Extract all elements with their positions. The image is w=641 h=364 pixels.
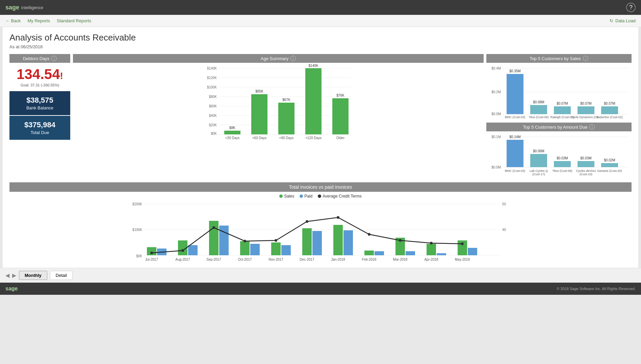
svg-text:$67K: $67K bbox=[282, 98, 290, 102]
top5-sales-info-icon[interactable]: i bbox=[583, 56, 588, 61]
svg-text:$85K: $85K bbox=[255, 89, 263, 93]
svg-text:Nov-2017: Nov-2017 bbox=[268, 258, 283, 261]
svg-text:$200K: $200K bbox=[132, 202, 142, 206]
invoices-chart-svg: $200K $100K $0K 50 40 bbox=[9, 201, 632, 261]
tab-monthly[interactable]: Monthly bbox=[19, 271, 47, 280]
svg-point-105 bbox=[212, 226, 215, 229]
svg-point-103 bbox=[150, 252, 153, 254]
svg-text:$40K: $40K bbox=[209, 114, 217, 118]
my-reports-link[interactable]: My Reports bbox=[28, 18, 50, 23]
top5-amount-info-icon[interactable]: i bbox=[589, 124, 595, 130]
debtors-exclamation: ! bbox=[60, 71, 63, 81]
svg-text:$0.14M: $0.14M bbox=[509, 135, 520, 139]
svg-text:$0.02M: $0.02M bbox=[604, 158, 615, 162]
svg-point-106 bbox=[243, 240, 246, 242]
svg-text:$8K: $8K bbox=[229, 126, 235, 130]
nav-links: ← Back My Reports Standard Reports bbox=[5, 18, 91, 23]
bank-balance-box: $38,575 Bank Balance bbox=[9, 91, 70, 115]
svg-text:$0.07M: $0.07M bbox=[604, 102, 615, 105]
tab-next-arrow[interactable]: ▶ bbox=[12, 272, 16, 279]
footer: sage © 2018 Sage Software Inc. All Right… bbox=[0, 283, 641, 295]
svg-rect-46 bbox=[578, 106, 594, 114]
svg-text:Genesis (Cust-20): Genesis (Cust-20) bbox=[597, 169, 622, 173]
svg-text:Titus (Cust-06): Titus (Cust-06) bbox=[552, 169, 572, 173]
svg-text:$0.07M: $0.07M bbox=[580, 102, 591, 105]
svg-text:Feb-2018: Feb-2018 bbox=[362, 258, 377, 261]
svg-rect-28 bbox=[332, 98, 349, 134]
svg-rect-37 bbox=[507, 74, 523, 114]
age-summary-panel: Age Summary i $140K $120K $100K $80K $60… bbox=[73, 54, 484, 180]
secondary-nav: ← Back My Reports Standard Reports ↻ Dat… bbox=[0, 15, 641, 27]
age-summary-info-icon[interactable]: i bbox=[290, 56, 296, 61]
svg-text:$120K: $120K bbox=[207, 76, 217, 80]
footer-copyright: © 2018 Sage Software Inc. All Rights Res… bbox=[557, 287, 636, 291]
report-title: Analysis of Accounts Receivable bbox=[9, 32, 632, 43]
top5-sales-panel: Top 5 Customers by Sales i $0.4M $0.2M $… bbox=[486, 54, 632, 180]
svg-rect-91 bbox=[302, 228, 312, 255]
svg-text:$0.08M: $0.08M bbox=[533, 100, 544, 104]
svg-point-108 bbox=[306, 220, 308, 223]
svg-text:Jul-2017: Jul-2017 bbox=[145, 258, 158, 261]
legend-paid-dot bbox=[300, 194, 303, 198]
svg-text:$80K: $80K bbox=[209, 95, 217, 99]
svg-rect-66 bbox=[578, 161, 594, 167]
debtors-number: 134.54 bbox=[17, 66, 60, 82]
svg-rect-86 bbox=[219, 226, 229, 255]
svg-text:$0.35M: $0.35M bbox=[509, 69, 520, 73]
svg-point-110 bbox=[368, 233, 370, 236]
svg-text:$20K: $20K bbox=[209, 123, 217, 127]
svg-text:Aug-2017: Aug-2017 bbox=[175, 258, 190, 261]
refresh-icon: ↻ bbox=[610, 18, 613, 23]
svg-rect-43 bbox=[554, 106, 571, 114]
tab-prev-arrow[interactable]: ◀ bbox=[5, 272, 9, 279]
svg-text:50: 50 bbox=[502, 202, 506, 206]
svg-rect-102 bbox=[468, 248, 477, 255]
age-summary-chart: $140K $120K $100K $80K $60K $40K $20K $0… bbox=[74, 64, 482, 142]
svg-text:<120 Days: <120 Days bbox=[305, 136, 322, 140]
legend-paid: Paid bbox=[300, 194, 312, 199]
svg-text:(Cust-17): (Cust-17) bbox=[532, 173, 545, 176]
bank-balance-label: Bank Balance bbox=[12, 105, 68, 110]
debtors-goal: Goal: 37.31 (-260.55%) bbox=[9, 83, 70, 87]
logo-area: sage intelligence bbox=[5, 4, 43, 11]
total-due-label: Total Due bbox=[12, 130, 68, 135]
back-link[interactable]: ← Back bbox=[5, 18, 21, 23]
svg-rect-22 bbox=[278, 103, 294, 134]
svg-text:$100K: $100K bbox=[207, 85, 217, 89]
svg-text:Dec-2017: Dec-2017 bbox=[300, 258, 314, 261]
top5-sales-header: Top 5 Customers by Sales i bbox=[486, 54, 632, 63]
top5-sales-chart: $0.4M $0.2M $0.0M $0.35M BMC (Cust-03) $… bbox=[486, 63, 632, 120]
help-button[interactable]: ? bbox=[626, 3, 636, 12]
total-due-amount: $375,984 bbox=[12, 121, 68, 129]
data-load-button[interactable]: ↻ Data Load bbox=[610, 18, 636, 23]
svg-rect-49 bbox=[601, 106, 618, 114]
bank-balance-amount: $38,575 bbox=[12, 96, 68, 105]
total-due-box: $375,984 Total Due bbox=[9, 116, 70, 140]
tab-detail[interactable]: Detail bbox=[50, 271, 73, 280]
data-load-label: Data Load bbox=[615, 18, 636, 23]
debtors-info-icon[interactable]: i bbox=[51, 56, 57, 61]
top5-amount-label: Top 5 Customers by Amount Due bbox=[523, 125, 588, 130]
svg-rect-90 bbox=[281, 245, 291, 255]
top5-sales-label: Top 5 Customers by Sales bbox=[530, 56, 581, 61]
legend-paid-label: Paid bbox=[304, 194, 312, 199]
chart-legend: Sales Paid Average Credit Terms bbox=[9, 192, 632, 201]
svg-text:Sep-2017: Sep-2017 bbox=[206, 258, 221, 261]
svg-text:$0.03M: $0.03M bbox=[557, 156, 568, 160]
standard-reports-link[interactable]: Standard Reports bbox=[57, 18, 91, 23]
svg-point-109 bbox=[337, 216, 339, 219]
svg-rect-84 bbox=[188, 245, 198, 255]
svg-text:Mar-2018: Mar-2018 bbox=[393, 258, 408, 261]
svg-text:$0K: $0K bbox=[211, 132, 217, 135]
svg-text:BMC (Cust-03): BMC (Cust-03) bbox=[505, 115, 525, 119]
invoices-panel: Total invoices vs paid invoices Sales Pa… bbox=[9, 182, 632, 262]
svg-text:May-2018: May-2018 bbox=[455, 258, 470, 261]
svg-text:$0K: $0K bbox=[136, 254, 142, 258]
legend-avg-label: Average Credit Terms bbox=[323, 194, 362, 199]
svg-text:40: 40 bbox=[502, 228, 506, 232]
svg-rect-93 bbox=[333, 225, 343, 255]
svg-text:$0.0M: $0.0M bbox=[491, 112, 501, 116]
debtors-header: Debtors Days i bbox=[9, 54, 70, 63]
svg-point-107 bbox=[275, 239, 277, 242]
svg-text:Titus (Cust-06): Titus (Cust-06) bbox=[529, 115, 548, 119]
